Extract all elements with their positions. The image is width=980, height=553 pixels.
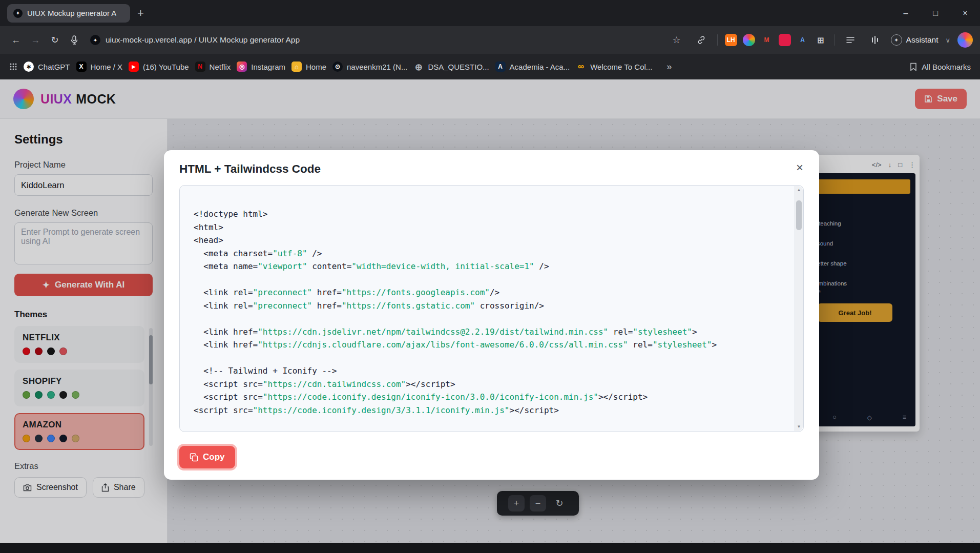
maximize-button[interactable]: □ [921,0,950,26]
chevron-down-icon[interactable]: ∨ [945,36,950,44]
bookmark-label: DSA_QUESTIO... [428,63,489,71]
bookmark-star-icon[interactable]: ☆ [668,31,685,49]
bookmark-instagram[interactable]: ◎Instagram [237,62,285,72]
all-bookmarks-label: All Bookmarks [922,63,971,71]
site-favicon-icon: ✦ [90,35,100,45]
github-favicon-icon: ⊙ [332,62,343,72]
modal-title: HTML + Tailwindcss Code [179,162,321,176]
code-line: <script src="https://code.iconify.design… [194,404,789,417]
bookmark-label: naveenkm21 (N... [347,63,407,71]
back-button[interactable]: ← [7,31,25,49]
blue-a-extension-icon[interactable]: A [797,34,809,46]
profile-avatar[interactable] [957,32,973,48]
divider [834,34,835,46]
instagram-favicon-icon: ◎ [237,62,247,72]
bookmark-academia[interactable]: AAcademia - Aca... [495,62,570,72]
colab-favicon-icon: ∞ [576,62,586,72]
assistant-button[interactable]: ✦ Assistant [891,34,939,46]
bookmark-label: Welcome To Col... [590,63,652,71]
taskbar-strip [0,543,980,553]
code-line: <html> [194,221,789,234]
code-scrollbar[interactable]: ▲ ▼ [795,186,803,431]
code-content[interactable]: <!doctype html><html><head> <meta charse… [180,186,795,431]
bookmarks-overflow-chevron[interactable]: » [666,62,672,72]
chatgpt-favicon-icon: ∗ [24,62,34,72]
code-modal: HTML + Tailwindcss Code × <!doctype html… [164,150,819,480]
copy-link-icon[interactable] [693,31,710,49]
forward-button[interactable]: → [27,31,44,49]
bookmark-home[interactable]: ⌂Home [291,62,326,72]
color-wheel-extension-icon[interactable] [743,34,755,46]
code-line: <link rel="preconnect" href="https://fon… [194,286,789,299]
bookmark-chatgpt[interactable]: ∗ChatGPT [24,62,70,72]
reading-list-icon[interactable] [842,31,859,49]
extensions-list: LHMA⊞ [725,34,827,46]
browser-tab[interactable]: ✦ UIUX Mockup generator A [7,4,130,23]
bookmarks-bar: ∗ChatGPTXHome / X▶(16) YouTubeNNetflix◎I… [0,54,980,79]
code-line [194,312,789,325]
tab-favicon-icon: ✦ [13,9,23,18]
code-line [194,352,789,365]
netflix-favicon-icon: N [195,62,205,72]
bookmarks-list: ∗ChatGPTXHome / X▶(16) YouTubeNNetflix◎I… [24,62,658,72]
extensions-puzzle-extension-icon[interactable]: ⊞ [815,34,827,46]
bookmark-youtube[interactable]: ▶(16) YouTube [129,62,189,72]
copy-label: Copy [203,452,225,462]
dsa-favicon-icon: ⊕ [413,62,424,72]
code-line: <link href="https://cdn.jsdelivr.net/npm… [194,325,789,339]
code-line [194,273,789,286]
new-tab-button[interactable]: + [137,7,144,20]
bookmark-label: Home / X [91,63,123,71]
bookmark-label: (16) YouTube [143,63,189,71]
code-line: <script src="https://cdn.tailwindcss.com… [194,378,789,391]
scroll-down-arrow[interactable]: ▼ [795,423,803,431]
code-line: <meta name="viewport" content="width=dev… [194,260,789,273]
academia-favicon-icon: A [495,62,506,72]
bookmark-netflix[interactable]: NNetflix [195,62,231,72]
address-text: uiux-mock-up.vercel.app / UIUX Mockup ge… [106,35,300,45]
code-line: <meta charset="utf-8" /> [194,247,789,260]
minimize-button[interactable]: – [891,0,921,26]
code-line: <link rel="preconnect" href="https://fon… [194,299,789,313]
home-favicon-icon: ⌂ [291,62,302,72]
code-line: <link href="https://cdnjs.cloudflare.com… [194,338,789,352]
divider [717,34,718,46]
bookmark-dsa[interactable]: ⊕DSA_QUESTIO... [413,62,489,72]
navbar-right-cluster: ☆ LHMA⊞ ✦ Assistant ∨ [668,31,973,49]
tab-title: UIUX Mockup generator A [27,9,116,17]
window-controls: – □ × [891,0,980,26]
bookmark-github[interactable]: ⊙naveenkm21 (N... [332,62,407,72]
voice-search-icon[interactable] [66,31,83,49]
close-window-button[interactable]: × [950,0,980,26]
tab-strip: ✦ UIUX Mockup generator A + – □ × [0,0,980,26]
bookmark-colab[interactable]: ∞Welcome To Col... [576,62,652,72]
code-line: <!doctype html> [194,208,789,221]
code-box: <!doctype html><html><head> <meta charse… [179,185,804,432]
x-home-favicon-icon: X [76,62,87,72]
bookmark-label: ChatGPT [38,63,70,71]
assistant-label: Assistant [906,35,939,45]
close-modal-icon[interactable]: × [791,159,808,176]
app-viewport: UIUX MOCK Save Settings Project Name Gen… [0,79,980,543]
code-line: <script src="https://code.iconify.design… [194,391,789,404]
browser-navbar: ← → ↻ ✦ uiux-mock-up.vercel.app / UIUX M… [0,26,980,54]
bookmark-label: Home [306,63,326,71]
bookmark-label: Netflix [210,63,231,71]
lighthouse-extension-icon[interactable]: LH [725,34,737,46]
equalizer-icon[interactable] [866,31,884,49]
bookmark-label: Academia - Aca... [510,63,570,71]
copy-button[interactable]: Copy [179,446,235,468]
address-bar[interactable]: ✦ uiux-mock-up.vercel.app / UIUX Mockup … [90,35,300,45]
reload-button[interactable]: ↻ [46,31,64,49]
code-line: <!-- Tailwind + Iconify --> [194,364,789,378]
scroll-up-arrow[interactable]: ▲ [795,186,803,194]
youtube-favicon-icon: ▶ [129,62,139,72]
all-bookmarks-button[interactable]: All Bookmarks [910,63,971,71]
code-scrollbar-thumb[interactable] [796,200,802,230]
assistant-icon: ✦ [891,34,902,46]
pink-tool-extension-icon[interactable] [779,34,791,46]
bookmark-x-home[interactable]: XHome / X [76,62,123,72]
browser-chrome: ✦ UIUX Mockup generator A + – □ × ← → ↻ … [0,0,980,79]
apps-grid-icon[interactable] [9,63,17,71]
gmail-extension-icon[interactable]: M [761,34,773,46]
